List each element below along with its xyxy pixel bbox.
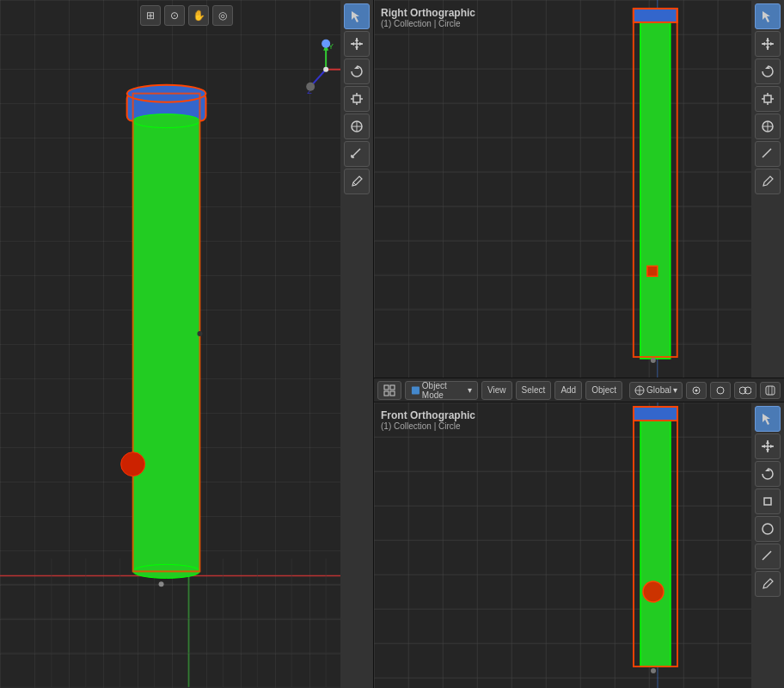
- overlay-icon[interactable]: ⊙: [164, 5, 185, 26]
- rt-scale-btn[interactable]: [755, 86, 781, 112]
- svg-rect-148: [764, 498, 771, 505]
- annotate-tool-btn[interactable]: [344, 169, 370, 194]
- object-label: Object: [591, 385, 616, 395]
- select-label: Select: [522, 385, 546, 395]
- svg-rect-79: [634, 9, 677, 22]
- svg-point-139: [643, 581, 664, 602]
- svg-rect-15: [133, 117, 200, 572]
- transform-label: Global: [646, 385, 671, 395]
- rt-transform-btn[interactable]: [755, 114, 781, 139]
- left-toolbar: [340, 0, 373, 688]
- svg-marker-39: [355, 46, 358, 50]
- svg-marker-38: [355, 38, 358, 41]
- svg-point-108: [695, 389, 698, 391]
- rt-rotate-btn[interactable]: [755, 58, 781, 84]
- right-bottom-svg: [374, 402, 784, 688]
- right-top-toolbar: [751, 0, 784, 378]
- xray-btn[interactable]: [760, 382, 781, 399]
- svg-rect-101: [384, 391, 389, 396]
- svg-point-32: [323, 67, 328, 72]
- svg-point-35: [306, 83, 315, 91]
- scale-tool-btn[interactable]: [344, 86, 370, 112]
- svg-point-111: [744, 387, 751, 394]
- rt-select-btn[interactable]: [755, 3, 781, 29]
- rb-measure-btn[interactable]: [755, 544, 781, 569]
- svg-line-150: [763, 551, 771, 560]
- left-viewport-svg: Y X Z: [0, 0, 373, 688]
- grid-icon[interactable]: ⊞: [140, 5, 161, 26]
- snap-icon[interactable]: ◎: [212, 5, 233, 26]
- rotate-tool-btn[interactable]: [344, 58, 370, 84]
- svg-point-82: [651, 358, 656, 363]
- svg-line-54: [353, 182, 356, 185]
- svg-point-33: [322, 40, 330, 48]
- mode-label: Object Mode: [422, 381, 466, 400]
- svg-marker-145: [762, 445, 765, 448]
- right-bottom-toolbar: [751, 402, 784, 688]
- svg-rect-137: [634, 407, 677, 421]
- bottom-viewport-toolbar: Object Mode ▾ View Select Add Object: [374, 378, 784, 402]
- svg-rect-102: [390, 391, 395, 396]
- svg-marker-40: [351, 42, 354, 46]
- rt-move-btn[interactable]: [755, 31, 781, 57]
- svg-rect-43: [353, 95, 360, 102]
- svg-point-109: [717, 387, 724, 394]
- proportional-btn[interactable]: [710, 382, 731, 399]
- svg-point-21: [121, 452, 145, 476]
- snapping-btn[interactable]: [686, 382, 707, 399]
- svg-marker-146: [770, 445, 774, 448]
- rb-rotate-btn[interactable]: [755, 461, 781, 487]
- rb-move-btn[interactable]: [755, 433, 781, 459]
- svg-rect-99: [384, 385, 389, 390]
- move-tool-btn[interactable]: [344, 31, 370, 57]
- svg-rect-136: [640, 413, 671, 666]
- right-top-viewport[interactable]: Right Orthographic (1) Collection | Circ…: [374, 0, 784, 378]
- overlay-btn[interactable]: [734, 382, 756, 399]
- add-label: Add: [560, 385, 576, 395]
- svg-marker-87: [762, 42, 765, 46]
- right-panels: Right Orthographic (1) Collection | Circ…: [374, 0, 784, 688]
- select-tool-btn[interactable]: [344, 3, 370, 29]
- viewport-icon-btn[interactable]: [377, 381, 401, 400]
- svg-point-19: [133, 114, 200, 128]
- svg-rect-78: [640, 15, 671, 359]
- header-icons-row: ⊞ ⊙ ✋ ◎: [140, 5, 233, 26]
- rt-measure-btn[interactable]: [755, 141, 781, 167]
- rb-transform-btn[interactable]: [755, 516, 781, 542]
- mode-dropdown-icon: ▾: [468, 385, 472, 395]
- transform-tool-btn[interactable]: [344, 114, 370, 139]
- rt-annotate-btn[interactable]: [755, 169, 781, 194]
- grab-icon[interactable]: ✋: [188, 5, 209, 26]
- left-viewport[interactable]: ⊞ ⊙ ✋ ◎: [0, 0, 374, 688]
- rb-annotate-btn[interactable]: [755, 571, 781, 597]
- add-menu-btn[interactable]: Add: [554, 381, 582, 400]
- svg-marker-41: [359, 42, 363, 46]
- svg-point-149: [763, 524, 773, 534]
- svg-marker-86: [766, 46, 769, 50]
- main-layout: ⊞ ⊙ ✋ ◎: [0, 0, 784, 688]
- svg-line-98: [763, 149, 771, 157]
- svg-marker-144: [766, 449, 769, 452]
- rb-select-btn[interactable]: [755, 406, 781, 432]
- right-top-svg: [374, 0, 784, 378]
- svg-rect-90: [764, 95, 771, 102]
- svg-marker-88: [770, 42, 774, 46]
- svg-rect-81: [647, 266, 658, 276]
- measure-tool-btn[interactable]: [344, 141, 370, 167]
- view-label: View: [487, 385, 506, 395]
- svg-rect-100: [390, 385, 395, 390]
- svg-line-51: [352, 149, 360, 157]
- svg-marker-143: [766, 440, 769, 444]
- select-menu-btn[interactable]: Select: [516, 381, 552, 400]
- object-mode-selector[interactable]: Object Mode ▾: [405, 381, 478, 400]
- svg-point-22: [159, 581, 164, 587]
- object-menu-btn[interactable]: Object: [585, 381, 622, 400]
- rb-scale-btn[interactable]: [755, 488, 781, 514]
- svg-point-140: [651, 668, 656, 673]
- svg-point-23: [197, 331, 202, 336]
- svg-rect-112: [766, 386, 775, 395]
- view-menu-btn[interactable]: View: [481, 381, 512, 400]
- svg-marker-85: [766, 38, 769, 41]
- transform-space-btn[interactable]: Global ▾: [629, 382, 683, 399]
- right-bottom-viewport[interactable]: Object Mode ▾ View Select Add Object: [374, 378, 784, 688]
